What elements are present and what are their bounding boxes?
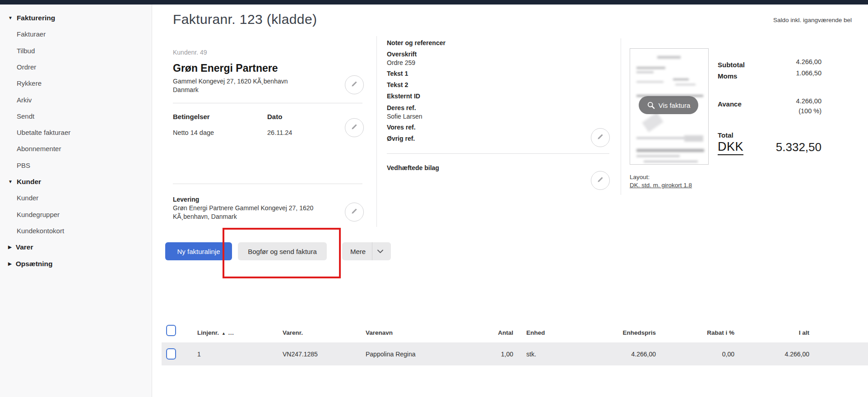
delivery-label: Levering (173, 196, 199, 203)
margin-percent: (100 %) (745, 107, 822, 115)
view-invoice-button[interactable]: Vis faktura (639, 96, 698, 114)
table-header-varenr[interactable]: Varenr. (283, 329, 303, 336)
preview-blur-line (657, 56, 681, 59)
customer-address: Gammel Kongevej 27, 1620 KÃ¸benhavn (173, 77, 288, 86)
layout-label: Layout: (630, 174, 650, 180)
table-header-enhedspris[interactable]: Enhedspris (587, 329, 656, 336)
sidebar-section-fakturering[interactable]: ▼ Fakturering (8, 14, 55, 22)
preview-blur-line (636, 81, 664, 83)
sidebar-item-ordrer[interactable]: Ordrer (17, 63, 36, 71)
field-label: Tekst 2 (387, 81, 408, 88)
table-header-antal[interactable]: Antal (461, 329, 513, 336)
sidebar-item-rykkere[interactable]: Rykkere (17, 79, 42, 87)
preview-blur-line (642, 112, 664, 132)
preview-blur-line (684, 135, 703, 142)
terms-value: Netto 14 dage (173, 129, 214, 136)
row-select-checkbox[interactable] (166, 348, 176, 360)
sidebar-item-tilbud[interactable]: Tilbud (17, 47, 35, 55)
table-header-ialt[interactable]: I alt (737, 329, 809, 336)
sidebar-item-arkiv[interactable]: Arkiv (17, 96, 32, 104)
sidebar-item-ubetalte-fakturaer[interactable]: Ubetalte fakturaer (17, 129, 70, 136)
margin-label: Avance (718, 100, 742, 108)
sidebar-item-kundegrupper[interactable]: Kundegrupper (17, 211, 60, 218)
customer-name: Grøn Energi Partnere (173, 62, 278, 74)
section-divider (173, 103, 362, 103)
customer-number: Kundenr. 49 (173, 49, 207, 56)
view-invoice-label: Vis faktura (659, 102, 691, 109)
sidebar-item-sendt[interactable]: Sendt (17, 112, 34, 120)
field-label: Tekst 1 (387, 70, 408, 77)
pencil-icon (350, 122, 359, 133)
preview-blur-line (636, 67, 665, 69)
invoice-draft-page: ▼ Fakturering Fakturaer Tilbud Ordrer Ry… (0, 0, 868, 397)
chevron-right-icon: ▶ (8, 262, 12, 266)
preview-blur-line (636, 149, 704, 152)
vat-label: Moms (718, 72, 737, 80)
attachments-label: Vedhæftede bilag (387, 164, 439, 171)
more-button-label: Mere (350, 248, 366, 255)
sidebar-item-kunder[interactable]: Kunder (17, 194, 38, 202)
column-divider (621, 38, 621, 195)
sidebar-item-abonnementer[interactable]: Abonnementer (17, 145, 61, 152)
edit-notes-button[interactable] (591, 128, 610, 147)
sidebar-item-kundekontokort[interactable]: Kundekontokort (17, 227, 64, 235)
layout-link[interactable]: DK. std. m. girokort 1.8 (630, 182, 692, 189)
vat-value: 1.066,50 (745, 69, 822, 77)
column-menu-icon[interactable]: … (228, 329, 234, 336)
chevron-down-icon: ▼ (8, 16, 13, 20)
margin-value: 4.266,00 (745, 97, 822, 105)
terms-label: Betingelser (173, 113, 210, 120)
currency-code[interactable]: DKK (718, 140, 743, 155)
cell-varenavn: Pappolina Regina (366, 351, 416, 358)
column-divider (376, 36, 377, 227)
header-label: Linjenr. (197, 329, 219, 336)
preview-blur-line (675, 84, 696, 85)
sidebar-section-label: Opsætning (16, 260, 53, 268)
pencil-icon (350, 79, 359, 90)
preview-blur-line (636, 71, 654, 73)
field-label: Vores ref. (387, 124, 416, 131)
edit-delivery-button[interactable] (345, 203, 364, 222)
cell-rabat: 0,00 (664, 351, 734, 358)
edit-attachments-button[interactable] (591, 171, 610, 190)
table-header-varenavn[interactable]: Varenavn (366, 329, 393, 336)
cell-linjenr: 1 (197, 351, 201, 358)
chevron-down-icon[interactable] (372, 249, 388, 254)
more-button[interactable]: Mere (342, 242, 391, 260)
cell-enhed: stk. (526, 351, 536, 358)
cell-enhedspris: 4.266,00 (587, 351, 656, 358)
sidebar: ▼ Fakturering Fakturaer Tilbud Ordrer Ry… (0, 5, 152, 397)
field-value: Ordre 259 (387, 59, 415, 67)
field-label: Eksternt ID (387, 92, 420, 100)
magnifier-icon (647, 101, 655, 110)
new-invoice-line-button[interactable]: Ny fakturalinje (165, 242, 232, 260)
sidebar-section-kunder[interactable]: ▼ Kunder (8, 178, 41, 186)
select-all-checkbox[interactable] (166, 325, 176, 336)
chevron-right-icon: ▶ (8, 245, 12, 249)
subtotal-label: Subtotal (718, 61, 745, 69)
sidebar-item-fakturaer[interactable]: Fakturaer (17, 30, 46, 38)
sidebar-item-pbs[interactable]: PBS (17, 162, 30, 169)
sidebar-section-varer[interactable]: ▶ Varer (8, 243, 33, 251)
sidebar-section-opsaetning[interactable]: ▶ Opsætning (8, 260, 53, 268)
field-label: Overskrift (387, 51, 417, 58)
sidebar-section-label: Kunder (17, 178, 41, 186)
section-divider (387, 153, 609, 154)
edit-terms-button[interactable] (345, 118, 364, 137)
table-header-rabat[interactable]: Rabat i % (664, 329, 734, 336)
preview-blur-line (636, 137, 686, 139)
sort-ascending-icon: ▲ (222, 331, 226, 336)
post-and-send-invoice-button[interactable]: Bogfør og send faktura (238, 242, 327, 260)
pencil-icon (596, 132, 605, 143)
table-header-linjenr[interactable]: Linjenr.▲… (197, 329, 234, 336)
preview-blur-line (636, 155, 680, 157)
delivery-address: Grøn Energi Partnere Gammel Kongevej 27,… (173, 204, 340, 221)
notes-title: Noter og referencer (387, 39, 446, 46)
field-label: Deres ref. (387, 104, 416, 111)
edit-customer-button[interactable] (345, 75, 364, 94)
section-divider (173, 184, 362, 184)
cell-antal: 1,00 (461, 351, 513, 358)
date-label: Dato (267, 113, 282, 120)
table-header-enhed[interactable]: Enhed (526, 329, 545, 336)
table-row[interactable]: 1 VN247.1285 Pappolina Regina 1,00 stk. … (162, 342, 868, 365)
